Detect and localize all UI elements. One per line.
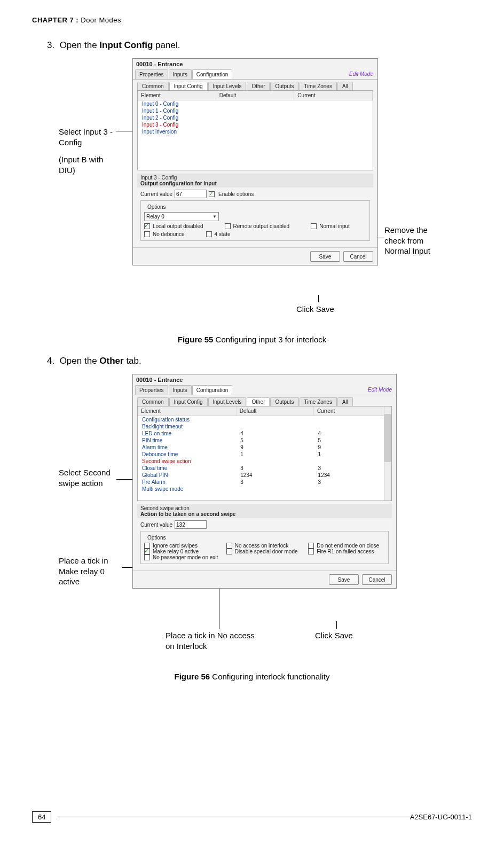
subtab-input-config[interactable]: Input Config [169, 82, 208, 90]
subtab-input-levels[interactable]: Input Levels [208, 397, 247, 406]
current-value-input[interactable] [175, 520, 207, 529]
save-button[interactable]: Save [329, 574, 359, 585]
no-access-interlock-checkbox[interactable] [226, 543, 232, 549]
subtab-time-zones[interactable]: Time Zones [300, 397, 337, 406]
subtab-other[interactable]: Other [247, 82, 270, 90]
edit-mode-label: Edit Mode [366, 385, 394, 395]
th-default: Default [216, 91, 295, 100]
table-row[interactable]: PIN time55 [138, 437, 391, 444]
detail-title: Input 3 - Config [140, 175, 370, 181]
local-output-disabled-checkbox[interactable] [144, 223, 150, 229]
subtab-input-levels[interactable]: Input Levels [208, 82, 247, 90]
callout-no-access: Place a tick in No access on Interlock [166, 630, 256, 651]
table-row[interactable]: Input inversion [138, 128, 373, 135]
subtab-outputs[interactable]: Outputs [270, 82, 298, 90]
chapter-header: CHAPTER 7 : Door Modes [32, 16, 472, 24]
current-value-label: Current value [140, 522, 172, 528]
detail-title: Second swipe action [140, 505, 389, 511]
table-row-selected[interactable]: Second swipe action [138, 458, 391, 465]
subtab-outputs[interactable]: Outputs [270, 397, 298, 406]
subtab-bar: Common Input Config Input Levels Other O… [133, 80, 377, 90]
table-row[interactable]: Pre Alarm33 [138, 479, 391, 486]
subtab-input-config[interactable]: Input Config [169, 397, 208, 406]
current-value-label: Current value [140, 191, 172, 197]
th-current: Current [314, 406, 391, 416]
detail-subtitle: Action to be taken on a second swipe [140, 511, 389, 517]
subtab-all[interactable]: All [337, 82, 353, 90]
cancel-button[interactable]: Cancel [343, 251, 373, 262]
figure-55-caption: Figure 55 Configuring input 3 for interl… [32, 335, 472, 344]
callout-select-input3: Select Input 3 - Config [59, 127, 117, 147]
th-element: Element [138, 406, 237, 416]
table-row[interactable]: Close time33 [138, 465, 391, 472]
tab-configuration[interactable]: Configuration [192, 69, 232, 79]
app-window-1: 00010 - Entrance Properties Inputs Confi… [132, 58, 378, 265]
tab-inputs[interactable]: Inputs [169, 69, 192, 79]
subtab-bar: Common Input Config Input Levels Other O… [133, 395, 396, 406]
tab-configuration[interactable]: Configuration [192, 385, 232, 395]
button-bar: Save Cancel [133, 247, 377, 265]
table-row[interactable]: Configuration status [138, 416, 391, 423]
table-row[interactable]: Alarm time99 [138, 444, 391, 451]
table-row[interactable]: Multi swipe mode [138, 486, 391, 492]
tab-inputs[interactable]: Inputs [169, 385, 192, 395]
current-value-input[interactable] [175, 190, 207, 198]
enable-options-checkbox[interactable] [209, 191, 215, 197]
tab-properties[interactable]: Properties [135, 385, 168, 395]
table-row[interactable]: Input 1 - Config [138, 107, 373, 114]
normal-input-checkbox[interactable] [311, 223, 317, 229]
subtab-other[interactable]: Other [247, 397, 270, 406]
table-row[interactable]: Debounce time11 [138, 451, 391, 458]
callout-click-save-1: Click Save [296, 304, 334, 315]
table-row[interactable]: LED on time44 [138, 430, 391, 437]
table-row-selected[interactable]: Input 3 - Config [138, 121, 373, 128]
th-current: Current [294, 91, 373, 100]
figure-56-caption: Figure 56 Configuring interlock function… [32, 672, 472, 681]
th-element: Element [138, 91, 216, 100]
tab-bar: Properties Inputs Configuration Edit Mod… [133, 385, 396, 395]
figure-56: Select Second swipe action Place a tick … [32, 374, 472, 662]
options-fieldset: Options Ignore card swipes Make relay 0 … [140, 531, 389, 564]
table-row[interactable]: Global PIN12341234 [138, 472, 391, 479]
table-row[interactable]: Backlight timeout [138, 423, 391, 430]
callout-input-b: (Input B with DIU) [59, 154, 112, 175]
window-title: 00010 - Entrance [133, 374, 396, 385]
config-table: Element Default Current Input 0 - Config… [137, 90, 373, 170]
callout-click-save-2: Click Save [315, 630, 353, 641]
window-title: 00010 - Entrance [133, 59, 377, 69]
step-3: 3. Open the Input Config panel. [47, 40, 472, 51]
scroll-thumb[interactable] [384, 414, 391, 462]
remote-output-disabled-checkbox[interactable] [225, 223, 231, 229]
figure-55: Select Input 3 - Config (Input B with DI… [32, 58, 472, 325]
no-passenger-checkbox[interactable] [144, 554, 150, 560]
page-footer: 64 A2SE67-UG-0011-1 [0, 811, 504, 823]
subtab-common[interactable]: Common [137, 397, 169, 406]
page-number: 64 [32, 811, 51, 823]
edit-mode-label: Edit Mode [347, 69, 375, 79]
four-state-checkbox[interactable] [206, 231, 212, 237]
button-bar: Save Cancel [133, 570, 396, 588]
app-window-2: 00010 - Entrance Properties Inputs Confi… [132, 374, 397, 589]
cancel-button[interactable]: Cancel [362, 574, 392, 585]
relay-dropdown[interactable]: Relay 0▼ [144, 212, 219, 221]
subtab-all[interactable]: All [337, 397, 353, 406]
fire-r1-checkbox[interactable] [308, 549, 314, 554]
no-debounce-checkbox[interactable] [144, 231, 150, 237]
do-not-end-checkbox[interactable] [308, 543, 314, 549]
subtab-time-zones[interactable]: Time Zones [300, 82, 337, 90]
table-row[interactable]: Input 2 - Config [138, 114, 373, 121]
subtab-common[interactable]: Common [137, 82, 169, 90]
callout-remove-check: Remove the check from Normal Input [384, 225, 448, 256]
chapter-title: Door Modes [78, 16, 121, 24]
disable-special-checkbox[interactable] [226, 549, 232, 554]
tab-properties[interactable]: Properties [135, 69, 168, 79]
document-id: A2SE67-UG-0011-1 [410, 813, 472, 821]
chevron-down-icon: ▼ [212, 214, 217, 219]
step-4: 4. Open the Other tab. [47, 356, 472, 366]
table-row[interactable]: Input 0 - Config [138, 100, 373, 107]
callout-select-second-swipe: Select Second swipe action [59, 467, 117, 488]
save-button[interactable]: Save [310, 251, 340, 262]
make-relay0-checkbox[interactable] [144, 549, 150, 554]
scrollbar[interactable] [384, 406, 391, 501]
th-default: Default [237, 406, 314, 416]
